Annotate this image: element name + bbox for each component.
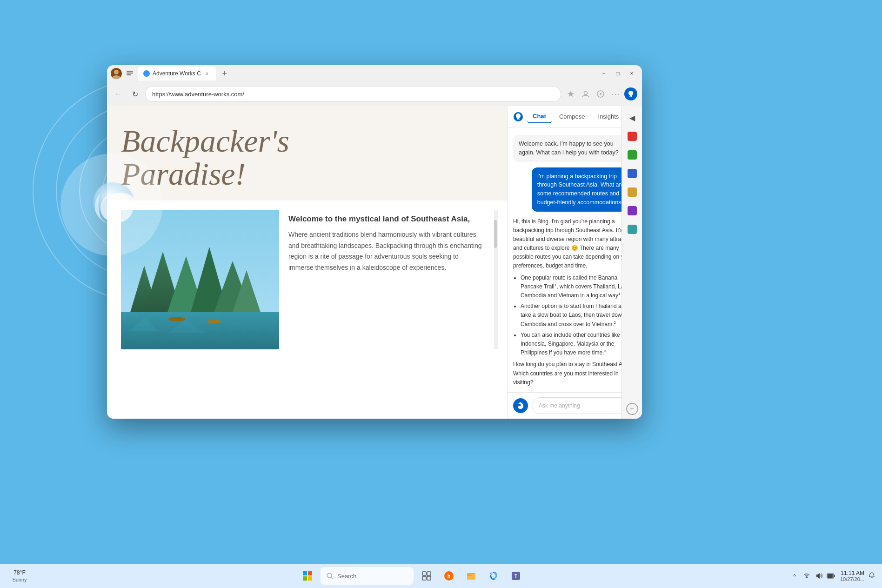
browser-content: Backpacker's Paradise! (107, 106, 642, 419)
edge-logo (60, 154, 163, 256)
taskbar-weather: 78°F Sunny (6, 569, 33, 582)
toolbar-green[interactable] (624, 147, 640, 163)
new-tab-button[interactable]: + (219, 67, 231, 80)
search-label: Search (337, 573, 356, 580)
toolbar-teal[interactable] (624, 221, 640, 237)
copilot-button[interactable] (624, 87, 637, 100)
favorites-icon[interactable] (565, 88, 577, 100)
svg-rect-42 (834, 575, 835, 577)
extensions-icon[interactable] (595, 88, 607, 100)
toolbar-purple[interactable] (624, 203, 640, 219)
notifications-icon[interactable] (867, 571, 876, 581)
page-body: Welcome to the mystical land of Southeas… (107, 200, 507, 359)
svg-rect-3 (127, 73, 133, 74)
svg-rect-22 (308, 571, 312, 575)
taskbar-right: ^ 11:11 AM 10/27/20... (790, 570, 876, 582)
toolbar-arrow[interactable]: ◀ (624, 110, 640, 126)
teams-taskbar-icon[interactable]: T (507, 567, 525, 585)
chat-input-placeholder: Ask me anything (539, 402, 580, 409)
webpage: Backpacker's Paradise! (107, 106, 507, 419)
page-hero: Backpacker's Paradise! (107, 106, 507, 200)
svg-rect-27 (422, 572, 426, 575)
history-icon[interactable] (125, 68, 135, 79)
toolbar-red[interactable] (624, 128, 640, 144)
svg-rect-28 (427, 572, 431, 575)
svg-point-19 (207, 320, 221, 323)
restore-button[interactable]: □ (611, 67, 624, 80)
toolbar-add-button[interactable]: + (626, 403, 638, 415)
tab-insights[interactable]: Insights (593, 110, 625, 123)
tab-title: Adventure Works C (153, 70, 201, 77)
svg-text:T: T (514, 574, 517, 579)
clock-date: 10/27/20... (840, 576, 864, 582)
toolbar-blue[interactable] (624, 166, 640, 181)
taskbar-search[interactable]: Search (321, 567, 414, 585)
weather-desc: Sunny (12, 577, 27, 582)
browser-titlebar: Adventure Works C × + − □ × (107, 65, 642, 82)
svg-rect-30 (427, 576, 431, 580)
profile-icon[interactable] (580, 88, 592, 100)
svg-line-26 (331, 577, 333, 579)
taskbar-center: Search b (33, 567, 790, 585)
copilot-logo (513, 112, 523, 122)
more-icon[interactable]: ⋯ (609, 88, 621, 100)
url-text: https://www.adventure-works.com/ (152, 91, 244, 98)
svg-text:b: b (448, 573, 451, 579)
page-scrollbar[interactable] (494, 210, 498, 349)
tab-close-button[interactable]: × (204, 70, 210, 77)
svg-rect-21 (303, 571, 307, 575)
chat-input[interactable]: Ask me anything (532, 397, 636, 414)
file-explorer-icon[interactable] (462, 567, 481, 585)
bing-input-icon (513, 398, 528, 413)
taskview-button[interactable] (417, 567, 436, 585)
tab-chat[interactable]: Chat (527, 110, 552, 123)
close-button[interactable]: × (625, 67, 638, 80)
svg-point-18 (168, 317, 185, 321)
bing-intro: Hi, this is Bing. I'm glad you're planni… (513, 217, 636, 271)
taskbar: 78°F Sunny Search (0, 564, 882, 588)
profile-avatar[interactable] (111, 68, 122, 79)
url-input[interactable]: https://www.adventure-works.com/ (145, 86, 561, 102)
bullet-1: One popular route is called the Banana P… (521, 274, 636, 301)
bullet-2: Another option is to start from Thailand… (521, 302, 636, 329)
battery-icon[interactable] (826, 571, 835, 581)
page-text-column: Welcome to the mystical land of Southeas… (288, 210, 485, 349)
edge-taskbar-icon[interactable] (484, 567, 503, 585)
volume-icon[interactable] (814, 571, 823, 581)
network-icon[interactable] (802, 571, 811, 581)
svg-rect-35 (467, 575, 472, 576)
scrollbar-thumb[interactable] (494, 220, 497, 248)
svg-point-5 (584, 92, 588, 95)
address-bar: ← ↻ https://www.adventure-works.com/ ⋯ (107, 82, 642, 106)
start-button[interactable] (298, 567, 317, 585)
svg-point-39 (806, 576, 808, 578)
taskbar-clock[interactable]: 11:11 AM 10/27/20... (840, 570, 864, 582)
welcome-text: Welcome back. I'm happy to see you again… (519, 140, 619, 156)
svg-point-36 (493, 579, 495, 580)
hero-line2: Paradise! (121, 158, 493, 191)
bullet-3: You can also include other countries lik… (521, 331, 636, 358)
hero-title: Backpacker's Paradise! (121, 125, 493, 191)
page-subtitle: Welcome to the mystical land of Southeas… (288, 214, 485, 224)
clock-time: 11:11 AM (841, 570, 864, 576)
hero-line1: Backpacker's (121, 125, 493, 158)
svg-rect-2 (127, 71, 133, 72)
edge-sidebar-toolbar: ◀ + (621, 106, 642, 419)
svg-point-7 (600, 93, 601, 95)
user-message: I'm planning a backpacking trip through … (532, 167, 636, 212)
tab-compose[interactable]: Compose (554, 110, 591, 123)
refresh-button[interactable]: ↻ (128, 87, 141, 100)
bing-response: Hi, this is Bing. I'm glad you're planni… (513, 217, 636, 393)
svg-rect-29 (422, 576, 426, 580)
page-body-text: Where ancient traditions blend harmoniou… (288, 229, 485, 274)
user-text: I'm planning a backpacking trip through … (537, 173, 625, 206)
bing-bullets: One popular route is called the Banana P… (521, 274, 636, 358)
active-tab[interactable]: Adventure Works C × (138, 67, 216, 80)
weather-temp: 78°F (13, 569, 25, 576)
back-button[interactable]: ← (112, 87, 125, 100)
browser-chrome: Adventure Works C × + − □ × ← ↻ https://… (107, 65, 642, 106)
toolbar-yellow[interactable] (624, 184, 640, 200)
bing-taskbar-icon[interactable]: b (440, 567, 458, 585)
chevron-up-icon[interactable]: ^ (790, 571, 799, 581)
minimize-button[interactable]: − (597, 67, 610, 80)
